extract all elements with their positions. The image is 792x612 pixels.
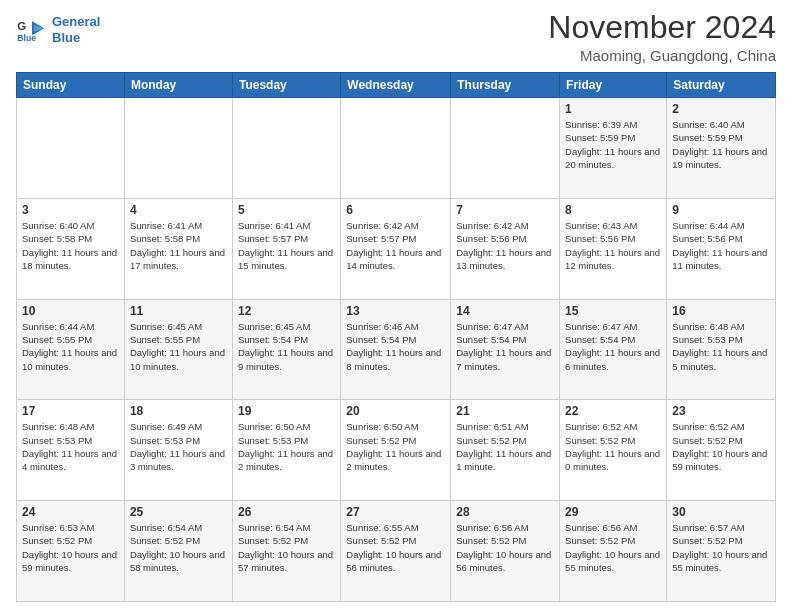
day-info: Sunrise: 6:52 AMSunset: 5:52 PMDaylight:… — [565, 420, 661, 473]
day-info: Sunrise: 6:47 AMSunset: 5:54 PMDaylight:… — [456, 320, 554, 373]
calendar-cell: 6Sunrise: 6:42 AMSunset: 5:57 PMDaylight… — [341, 198, 451, 299]
calendar-week-3: 10Sunrise: 6:44 AMSunset: 5:55 PMDayligh… — [17, 299, 776, 400]
day-number: 23 — [672, 404, 770, 418]
day-info: Sunrise: 6:51 AMSunset: 5:52 PMDaylight:… — [456, 420, 554, 473]
header-saturday: Saturday — [667, 73, 776, 98]
day-info: Sunrise: 6:46 AMSunset: 5:54 PMDaylight:… — [346, 320, 445, 373]
day-number: 26 — [238, 505, 335, 519]
svg-text:Blue: Blue — [17, 32, 36, 42]
day-number: 29 — [565, 505, 661, 519]
day-number: 12 — [238, 304, 335, 318]
logo-icon: G Blue — [16, 16, 48, 44]
day-number: 19 — [238, 404, 335, 418]
header-monday: Monday — [124, 73, 232, 98]
calendar-cell: 8Sunrise: 6:43 AMSunset: 5:56 PMDaylight… — [560, 198, 667, 299]
day-info: Sunrise: 6:54 AMSunset: 5:52 PMDaylight:… — [130, 521, 227, 574]
day-number: 24 — [22, 505, 119, 519]
calendar-cell: 17Sunrise: 6:48 AMSunset: 5:53 PMDayligh… — [17, 400, 125, 501]
calendar-cell: 29Sunrise: 6:56 AMSunset: 5:52 PMDayligh… — [560, 501, 667, 602]
day-number: 14 — [456, 304, 554, 318]
month-title: November 2024 — [548, 10, 776, 45]
logo: G Blue General Blue — [16, 14, 100, 45]
day-info: Sunrise: 6:39 AMSunset: 5:59 PMDaylight:… — [565, 118, 661, 171]
day-number: 17 — [22, 404, 119, 418]
day-info: Sunrise: 6:45 AMSunset: 5:55 PMDaylight:… — [130, 320, 227, 373]
day-number: 7 — [456, 203, 554, 217]
day-info: Sunrise: 6:44 AMSunset: 5:56 PMDaylight:… — [672, 219, 770, 272]
calendar: Sunday Monday Tuesday Wednesday Thursday… — [16, 72, 776, 602]
calendar-cell: 21Sunrise: 6:51 AMSunset: 5:52 PMDayligh… — [451, 400, 560, 501]
calendar-cell: 9Sunrise: 6:44 AMSunset: 5:56 PMDaylight… — [667, 198, 776, 299]
header: G Blue General Blue November 2024 Maomin… — [16, 10, 776, 64]
logo-text-block: General Blue — [52, 14, 100, 45]
calendar-cell: 18Sunrise: 6:49 AMSunset: 5:53 PMDayligh… — [124, 400, 232, 501]
day-number: 5 — [238, 203, 335, 217]
day-number: 25 — [130, 505, 227, 519]
calendar-cell: 10Sunrise: 6:44 AMSunset: 5:55 PMDayligh… — [17, 299, 125, 400]
day-number: 15 — [565, 304, 661, 318]
day-number: 8 — [565, 203, 661, 217]
calendar-cell: 11Sunrise: 6:45 AMSunset: 5:55 PMDayligh… — [124, 299, 232, 400]
day-info: Sunrise: 6:41 AMSunset: 5:58 PMDaylight:… — [130, 219, 227, 272]
day-info: Sunrise: 6:52 AMSunset: 5:52 PMDaylight:… — [672, 420, 770, 473]
day-number: 21 — [456, 404, 554, 418]
day-info: Sunrise: 6:48 AMSunset: 5:53 PMDaylight:… — [22, 420, 119, 473]
day-info: Sunrise: 6:53 AMSunset: 5:52 PMDaylight:… — [22, 521, 119, 574]
day-info: Sunrise: 6:54 AMSunset: 5:52 PMDaylight:… — [238, 521, 335, 574]
day-info: Sunrise: 6:45 AMSunset: 5:54 PMDaylight:… — [238, 320, 335, 373]
logo-general: General — [52, 14, 100, 29]
day-info: Sunrise: 6:42 AMSunset: 5:56 PMDaylight:… — [456, 219, 554, 272]
calendar-cell: 19Sunrise: 6:50 AMSunset: 5:53 PMDayligh… — [232, 400, 340, 501]
title-block: November 2024 Maoming, Guangdong, China — [548, 10, 776, 64]
location: Maoming, Guangdong, China — [548, 47, 776, 64]
day-number: 9 — [672, 203, 770, 217]
calendar-cell: 25Sunrise: 6:54 AMSunset: 5:52 PMDayligh… — [124, 501, 232, 602]
day-info: Sunrise: 6:50 AMSunset: 5:52 PMDaylight:… — [346, 420, 445, 473]
day-number: 22 — [565, 404, 661, 418]
header-friday: Friday — [560, 73, 667, 98]
calendar-week-1: 1Sunrise: 6:39 AMSunset: 5:59 PMDaylight… — [17, 98, 776, 199]
day-number: 3 — [22, 203, 119, 217]
calendar-cell: 12Sunrise: 6:45 AMSunset: 5:54 PMDayligh… — [232, 299, 340, 400]
day-number: 27 — [346, 505, 445, 519]
calendar-cell: 2Sunrise: 6:40 AMSunset: 5:59 PMDaylight… — [667, 98, 776, 199]
calendar-cell — [451, 98, 560, 199]
day-number: 16 — [672, 304, 770, 318]
calendar-cell: 16Sunrise: 6:48 AMSunset: 5:53 PMDayligh… — [667, 299, 776, 400]
day-number: 10 — [22, 304, 119, 318]
calendar-cell — [341, 98, 451, 199]
day-number: 4 — [130, 203, 227, 217]
calendar-cell: 4Sunrise: 6:41 AMSunset: 5:58 PMDaylight… — [124, 198, 232, 299]
calendar-week-4: 17Sunrise: 6:48 AMSunset: 5:53 PMDayligh… — [17, 400, 776, 501]
day-info: Sunrise: 6:41 AMSunset: 5:57 PMDaylight:… — [238, 219, 335, 272]
day-number: 11 — [130, 304, 227, 318]
day-info: Sunrise: 6:43 AMSunset: 5:56 PMDaylight:… — [565, 219, 661, 272]
day-number: 1 — [565, 102, 661, 116]
calendar-cell: 20Sunrise: 6:50 AMSunset: 5:52 PMDayligh… — [341, 400, 451, 501]
calendar-cell: 23Sunrise: 6:52 AMSunset: 5:52 PMDayligh… — [667, 400, 776, 501]
day-number: 13 — [346, 304, 445, 318]
day-info: Sunrise: 6:42 AMSunset: 5:57 PMDaylight:… — [346, 219, 445, 272]
day-info: Sunrise: 6:50 AMSunset: 5:53 PMDaylight:… — [238, 420, 335, 473]
calendar-cell: 1Sunrise: 6:39 AMSunset: 5:59 PMDaylight… — [560, 98, 667, 199]
day-number: 30 — [672, 505, 770, 519]
calendar-cell: 22Sunrise: 6:52 AMSunset: 5:52 PMDayligh… — [560, 400, 667, 501]
calendar-cell: 26Sunrise: 6:54 AMSunset: 5:52 PMDayligh… — [232, 501, 340, 602]
day-info: Sunrise: 6:40 AMSunset: 5:59 PMDaylight:… — [672, 118, 770, 171]
svg-text:G: G — [17, 20, 26, 32]
day-number: 28 — [456, 505, 554, 519]
calendar-cell: 28Sunrise: 6:56 AMSunset: 5:52 PMDayligh… — [451, 501, 560, 602]
calendar-cell — [232, 98, 340, 199]
calendar-cell — [124, 98, 232, 199]
calendar-cell: 5Sunrise: 6:41 AMSunset: 5:57 PMDaylight… — [232, 198, 340, 299]
day-info: Sunrise: 6:55 AMSunset: 5:52 PMDaylight:… — [346, 521, 445, 574]
weekday-header-row: Sunday Monday Tuesday Wednesday Thursday… — [17, 73, 776, 98]
calendar-cell: 13Sunrise: 6:46 AMSunset: 5:54 PMDayligh… — [341, 299, 451, 400]
logo-blue: Blue — [52, 30, 80, 45]
day-number: 2 — [672, 102, 770, 116]
calendar-week-5: 24Sunrise: 6:53 AMSunset: 5:52 PMDayligh… — [17, 501, 776, 602]
header-wednesday: Wednesday — [341, 73, 451, 98]
calendar-cell: 30Sunrise: 6:57 AMSunset: 5:52 PMDayligh… — [667, 501, 776, 602]
day-info: Sunrise: 6:47 AMSunset: 5:54 PMDaylight:… — [565, 320, 661, 373]
calendar-cell — [17, 98, 125, 199]
